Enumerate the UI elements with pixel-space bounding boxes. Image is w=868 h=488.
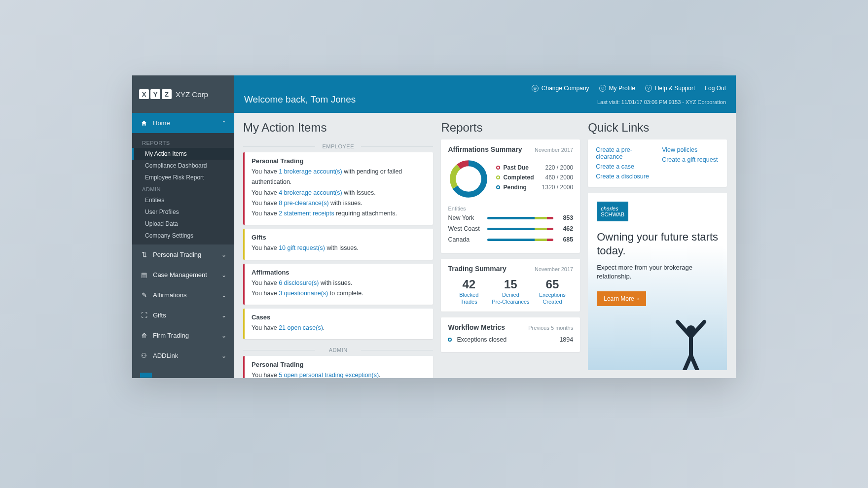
action-link[interactable]: 8 pre-clearance(s) [279,200,328,207]
legend-row: Past Due220 / 2000 [496,164,573,171]
workflow-label: Exceptions closed [457,336,506,343]
nav-item-label: Gifts [153,312,166,319]
action-card-line: You have 4 brokerage account(s) with iss… [252,188,426,198]
sidebar: XYZ XYZ Corp Home ⌃ REPORTS My Action It… [132,75,234,378]
nav-item[interactable]: ⛶Gifts⌄ [132,305,234,325]
quick-links-title: Quick Links [588,121,727,135]
action-card: Personal TradingYou have 5 open personal… [243,356,433,378]
action-link[interactable]: 2 statement receipts [279,210,334,217]
trading-title: Trading Summary [448,265,506,273]
quick-links-column: Quick Links Create a pre-clearanceCreate… [588,121,727,370]
change-company-link[interactable]: ⊕ Change Company [532,85,589,92]
nav-item[interactable]: ⟰Firm Trading⌄ [132,325,234,346]
legend-dot-icon [448,338,452,342]
action-card: CasesYou have 21 open case(s). [243,309,433,339]
nav-item[interactable]: ▤Case Management⌄ [132,265,234,285]
nav-sub-header-reports: REPORTS [132,137,234,148]
ad-learn-more-button[interactable]: Learn More › [597,291,646,306]
action-link[interactable]: 10 gift request(s) [279,244,325,251]
ad-logo-line2: SCHWAB [601,211,624,217]
affirmations-title: Affirmations Summary [448,145,522,153]
main: ⊕ Change Company ☺ My Profile ? Help & S… [234,75,736,378]
nav-icon: ⇅ [140,251,148,258]
sidebar-sub-item[interactable]: Employee Risk Report [132,172,234,183]
nav-icon: ▤ [140,271,148,279]
action-card-line: You have 21 open case(s). [252,323,426,333]
chevron-up-icon: ⌃ [221,120,226,127]
workflow-row: Exceptions closed1894 [448,336,573,343]
chevron-down-icon: ⌄ [221,332,226,339]
sidebar-sub-item[interactable]: My Action Items [132,148,234,160]
quick-link[interactable]: Create a gift request [662,156,719,163]
quick-link[interactable]: View policies [662,146,719,153]
my-profile-link[interactable]: ☺ My Profile [599,85,635,92]
help-link[interactable]: ? Help & Support [645,85,695,92]
reports-title: Reports [441,121,580,135]
user-icon: ☺ [599,85,606,92]
action-link[interactable]: 1 brokerage account(s) [279,168,342,175]
logo-tiles: XYZ [139,89,172,99]
action-link[interactable]: 6 disclosure(s) [279,279,319,286]
quick-link[interactable]: Create a case [596,163,653,170]
logo: XYZ XYZ Corp [132,75,234,113]
quick-link[interactable]: Create a disclosure [596,173,653,180]
action-link[interactable]: 21 open case(s) [279,324,323,331]
change-company-label: Change Company [542,85,589,92]
trade-stat-number: 15 [490,278,532,291]
trade-stat-number: 65 [532,278,574,291]
trade-stat[interactable]: 42BlockedTrades [448,278,490,306]
legend-value: 460 / 2000 [545,174,574,181]
quick-link[interactable]: Create a pre-clearance [596,146,653,160]
help-label: Help & Support [655,85,695,92]
entities-label: Entities [448,206,573,211]
sidebar-sub-item[interactable]: Compliance Dashboard [132,160,234,172]
action-link[interactable]: 5 open personal trading exception(s) [279,372,379,378]
action-card-line: You have 6 disclosure(s) with issues. [252,278,426,288]
nav-item[interactable]: ✎Affirmations⌄ [132,285,234,305]
trade-stat[interactable]: 65ExceptionsCreated [532,278,574,306]
action-card: Personal TradingYou have 1 brokerage acc… [243,152,433,225]
nav-item[interactable]: ⚇ADDLink⌄ [132,346,234,366]
action-card: AffirmationsYou have 6 disclosure(s) wit… [243,264,433,305]
affirmations-donut-chart [448,158,489,200]
nav-item-label: ADDLink [153,352,178,359]
workflow-value: 1894 [559,336,573,343]
sidebar-sub-item[interactable]: Company Settings [132,230,234,242]
sidebar-sub-item[interactable]: Upload Data [132,218,234,230]
globe-icon: ⊕ [532,85,539,92]
chevron-down-icon: ⌄ [221,292,226,299]
nav-item[interactable]: ⇅Personal Trading⌄ [132,244,234,265]
sidebar-collapse-handle[interactable] [140,373,152,378]
entity-value: 853 [558,214,573,221]
nav-icon: ⛶ [140,312,148,319]
action-link[interactable]: 3 questionnaire(s) [279,290,328,297]
nav-home[interactable]: Home ⌃ [132,113,234,133]
trade-stat[interactable]: 15DeniedPre-Clearances [490,278,532,306]
action-card-title: Personal Trading [252,157,426,165]
nav-item-label: Firm Trading [153,332,189,339]
sidebar-sub-item[interactable]: User Profiles [132,206,234,218]
entity-name: Canada [448,236,482,243]
legend-dot-icon [496,166,500,170]
action-card-title: Gifts [252,234,426,241]
logo-tile: Y [150,89,160,99]
entity-value: 685 [558,236,573,243]
entity-bar [487,228,553,230]
legend-label: Pending [503,184,539,191]
legend-label: Completed [503,174,542,181]
nav-icon: ⟰ [140,332,148,339]
action-card: GiftsYou have 10 gift request(s) with is… [243,229,433,259]
logout-label: Log Out [705,85,726,92]
sidebar-sub-item[interactable]: Entities [132,194,234,206]
trading-summary-panel: Trading Summary November 2017 42BlockedT… [441,259,580,312]
section-label-admin: ADMIN [243,347,433,353]
nav-sub-reports: REPORTS My Action ItemsCompliance Dashbo… [132,133,234,244]
logout-link[interactable]: Log Out [705,85,726,92]
action-items-title: My Action Items [243,121,433,135]
nav-home-label: Home [153,119,170,127]
company-name: XYZ Corp [176,90,208,99]
quick-links-panel: Create a pre-clearanceCreate a caseCreat… [588,139,727,187]
chevron-down-icon: ⌄ [221,312,226,319]
action-link[interactable]: 4 brokerage account(s) [279,189,342,196]
help-icon: ? [645,85,652,92]
